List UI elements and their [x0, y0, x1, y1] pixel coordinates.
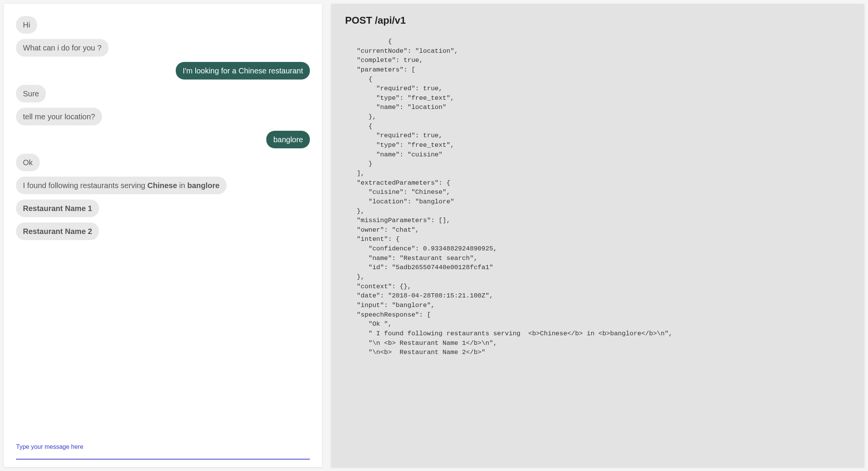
bot-message: Hi [16, 16, 37, 34]
api-panel: POST /api/v1 { "currentNode": "location"… [331, 4, 864, 467]
api-title: POST /api/v1 [345, 15, 850, 26]
bot-message: I found following restaurants serving Ch… [16, 177, 227, 194]
user-message: I'm looking for a Chinese restaurant [176, 62, 310, 80]
api-response-body: { "currentNode": "location", "complete":… [345, 37, 850, 357]
bot-message: Sure [16, 85, 46, 102]
bot-message: What can i do for you ? [16, 39, 108, 57]
bot-message: Restaurant Name 1 [16, 200, 99, 217]
bot-message: Restaurant Name 2 [16, 223, 99, 240]
chat-panel: HiWhat can i do for you ?I'm looking for… [4, 4, 322, 467]
user-message: banglore [266, 131, 310, 148]
app-container: HiWhat can i do for you ?I'm looking for… [4, 4, 864, 467]
chat-input[interactable] [16, 440, 310, 460]
chat-input-area [16, 440, 310, 460]
bot-message: Ok [16, 154, 40, 171]
chat-messages: HiWhat can i do for you ?I'm looking for… [16, 16, 310, 425]
bot-message: tell me your location? [16, 108, 102, 125]
